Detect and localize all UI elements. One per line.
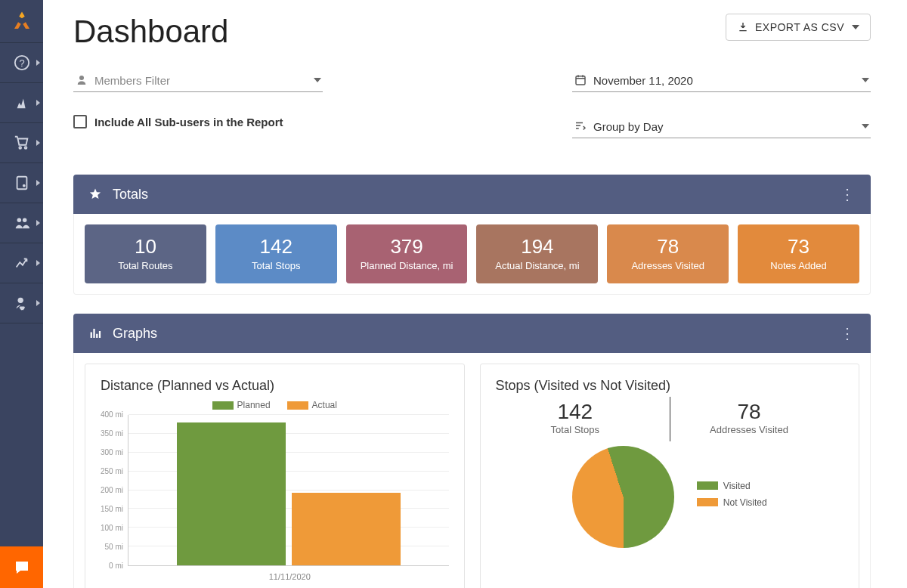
x-axis-label: 11/11/2020 (101, 572, 449, 581)
stat-divider (670, 397, 670, 441)
svg-point-6 (17, 298, 23, 303)
sidebar-item-analytics[interactable] (0, 243, 43, 283)
chat-button[interactable] (0, 546, 43, 588)
distance-chart-title: Distance (Planned vs Actual) (101, 378, 449, 394)
members-filter-dropdown[interactable]: Members Filter (73, 69, 323, 92)
legend-swatch-notvisited (697, 498, 718, 506)
legend-swatch-actual (287, 401, 308, 410)
svg-rect-8 (576, 76, 585, 85)
bar-chart-icon (88, 326, 102, 340)
svg-point-7 (79, 76, 84, 80)
calendar-icon (574, 73, 587, 87)
y-axis: 400 mi350 mi300 mi250 mi200 mi150 mi100 … (101, 415, 128, 566)
chevron-right-icon (36, 100, 40, 106)
date-value: November 11, 2020 (593, 74, 693, 87)
include-subusers-label: Include All Sub-users in the Report (94, 116, 283, 128)
card-actual-distance[interactable]: 194 Actual Distance, mi (476, 224, 598, 283)
chevron-right-icon (36, 180, 40, 186)
include-subusers-checkbox[interactable]: Include All Sub-users in the Report (73, 115, 323, 128)
distance-legend: Planned Actual (101, 400, 449, 410)
stops-chart-title: Stops (Visited vs Not Visited) (496, 378, 844, 394)
group-by-dropdown[interactable]: Group by Day (572, 115, 871, 138)
stops-pie-chart (572, 446, 674, 548)
graphs-menu-button[interactable]: ⋮ (840, 324, 856, 342)
chevron-right-icon (36, 260, 40, 266)
sort-icon (574, 119, 587, 133)
chevron-down-icon (852, 25, 859, 29)
legend-swatch-planned (212, 401, 234, 410)
totals-header: Totals ⋮ (73, 175, 871, 214)
bar-planned (177, 422, 286, 565)
totals-cards: 10 Total Routes 142 Total Stops 379 Plan… (73, 214, 871, 295)
totals-title: Totals (113, 187, 148, 203)
sidebar-item-orders[interactable] (0, 123, 43, 163)
graphs-row: Distance (Planned vs Actual) Planned Act… (73, 353, 871, 588)
download-icon (737, 21, 749, 33)
group-by-value: Group by Day (593, 120, 664, 133)
person-icon (75, 73, 88, 87)
date-picker[interactable]: November 11, 2020 (572, 69, 871, 92)
export-csv-button[interactable]: EXPORT AS CSV (726, 14, 871, 41)
stops-chart-card: Stops (Visited vs Not Visited) 142 Total… (480, 364, 860, 588)
checkbox-icon (73, 115, 87, 128)
card-total-routes[interactable]: 10 Total Routes (85, 224, 206, 283)
card-planned-distance[interactable]: 379 Planned Distance, mi (346, 224, 468, 283)
card-total-stops[interactable]: 142 Total Stops (215, 224, 337, 283)
svg-point-4 (17, 218, 20, 223)
chevron-right-icon (36, 60, 40, 66)
members-filter-placeholder: Members Filter (94, 74, 170, 87)
bar-plot (128, 415, 448, 566)
legend-swatch-visited (697, 481, 718, 490)
main-content: Dashboard EXPORT AS CSV Members Filter I… (43, 0, 907, 588)
chevron-right-icon (36, 140, 40, 146)
chevron-right-icon (36, 300, 40, 306)
sidebar-item-addressbook[interactable] (0, 163, 43, 203)
svg-rect-2 (17, 177, 26, 190)
star-icon (88, 187, 102, 201)
chevron-down-icon (314, 78, 321, 82)
sidebar-item-team[interactable] (0, 203, 43, 243)
graphs-header: Graphs ⋮ (73, 314, 871, 353)
chevron-down-icon (862, 124, 869, 128)
stops-stats: 142 Total Stops 78 Addresses Visited (496, 400, 844, 435)
sidebar: ? (0, 0, 43, 588)
sidebar-item-help[interactable]: ? (0, 43, 43, 83)
pie-legend: Visited Not Visited (697, 481, 767, 514)
graphs-title: Graphs (113, 326, 157, 342)
distance-chart-card: Distance (Planned vs Actual) Planned Act… (85, 364, 465, 588)
svg-text:?: ? (19, 57, 24, 69)
svg-point-3 (22, 184, 25, 187)
card-notes-added[interactable]: 73 Notes Added (738, 224, 859, 283)
distance-bar-chart: 400 mi350 mi300 mi250 mi200 mi150 mi100 … (101, 415, 449, 566)
bar-actual (292, 493, 401, 566)
sidebar-item-routes[interactable] (0, 83, 43, 123)
card-addresses-visited[interactable]: 78 Adresses Visited (607, 224, 729, 283)
svg-point-5 (22, 218, 26, 223)
page-title: Dashboard (73, 14, 228, 50)
export-label: EXPORT AS CSV (755, 21, 844, 33)
sidebar-item-settings[interactable] (0, 283, 43, 323)
totals-menu-button[interactable]: ⋮ (840, 185, 856, 203)
chevron-right-icon (36, 220, 40, 226)
chevron-down-icon (862, 78, 869, 82)
app-logo[interactable] (0, 0, 43, 43)
